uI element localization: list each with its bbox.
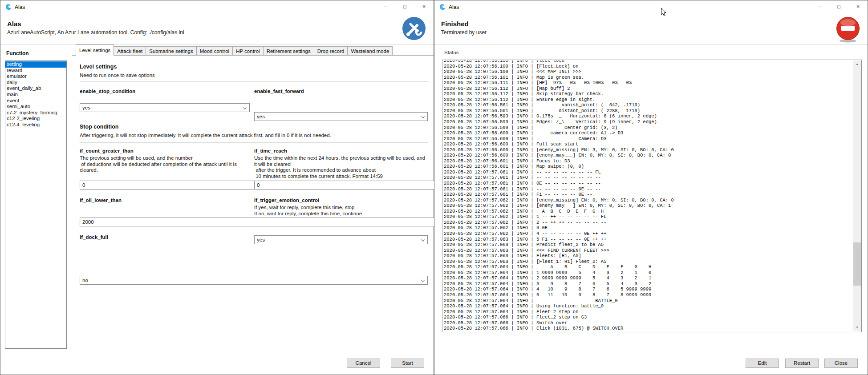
log-line: 2020-05-28 12:07:56.593 | INFO | Edges: … <box>444 119 852 125</box>
sidebar: Function settingrewardemulatordailyevent… <box>0 44 71 349</box>
log-line: 2020-05-28 12:07:57.066 | INFO | Click (… <box>444 326 852 331</box>
tab[interactable]: Wasteland mode <box>347 46 393 55</box>
chevron-down-icon <box>421 278 425 282</box>
log-line: 2020-05-28 12:07:57.061 | INFO | F1 -- -… <box>444 192 852 198</box>
log-line: 2020-05-28 12:07:57.064 | INFO | 2 9999 … <box>444 275 852 281</box>
if-trigger-emotion-control-description: If yes, wait for reply, complete this ti… <box>254 205 428 217</box>
log-scrollbar[interactable]: ▲ ▼ <box>853 60 861 331</box>
status-label: Status <box>444 50 459 55</box>
app-title: Alas <box>7 20 21 28</box>
close-button[interactable]: × <box>848 0 868 14</box>
tab[interactable]: Attack fleet <box>114 46 146 55</box>
close-button[interactable]: × <box>414 0 434 14</box>
log-line: 2020-05-28 12:07:56.600 | INFO | Camera:… <box>444 136 852 142</box>
scrollbar-up-icon[interactable]: ▲ <box>853 60 861 68</box>
if-count-greater-than-description: The previous setting will be used, and t… <box>80 155 250 173</box>
edit-button[interactable]: Edit <box>746 359 779 368</box>
log-line: 2020-05-28 12:07:56.593 | INFO | 0.175s … <box>444 113 852 119</box>
function-list-item[interactable]: emulator <box>5 73 66 80</box>
finished-subtitle: Terminated by user <box>441 29 487 36</box>
alas-logo-icon <box>5 4 12 11</box>
log-line: 2020-05-28 12:07:57.062 | INFO | A B C D… <box>444 209 852 214</box>
tab[interactable]: HP control <box>232 46 263 55</box>
log-line: 2020-05-28 12:07:57.064 | INFO | 4 10 9 … <box>444 286 852 292</box>
maximize-button[interactable]: □ <box>829 0 848 14</box>
if-dock-full-value: no <box>82 278 88 283</box>
log-line: 2020-05-28 12:07:56.111 | INFO | [HP] 97… <box>444 80 852 86</box>
footer-divider <box>438 349 864 349</box>
function-list[interactable]: settingrewardemulatordailyevent_daily_ab… <box>5 60 67 349</box>
tab[interactable]: Retirement settings <box>263 46 314 55</box>
cancel-button[interactable]: Cancel <box>347 359 380 368</box>
finished-title: Finished <box>441 20 469 28</box>
minimize-button[interactable]: – <box>810 0 829 14</box>
log-line: 2020-05-28 12:07:57.066 | INFO | Switch … <box>444 320 852 326</box>
function-list-item[interactable]: main <box>5 92 66 98</box>
function-list-item[interactable]: semi_auto <box>5 104 66 110</box>
if-trigger-emotion-control-value: yes <box>257 237 265 242</box>
enable-stop-condition-select[interactable]: yes <box>80 103 250 112</box>
if-time-reach-description: Use the time within the next 24 hours, t… <box>254 155 428 179</box>
log-line: 2020-05-28 12:07:56.600 | INFO | camera … <box>444 130 852 136</box>
enable-stop-condition-value: yes <box>82 105 90 110</box>
log-line: 2020-05-28 12:07:57.064 | INFO | 3 9 8 7… <box>444 281 852 287</box>
log-box: 2020-05-28 12:07:56.100 | INFO | fleet_l… <box>442 60 862 332</box>
if-count-greater-than-label: if_count_greater_than <box>80 148 250 153</box>
mouse-cursor-icon <box>661 8 667 19</box>
section-title-stop-condition: Stop condition <box>80 124 118 130</box>
window-title: Alas <box>449 4 459 10</box>
log-line: 2020-05-28 12:07:57.062 | INFO | 3 0E --… <box>444 225 852 231</box>
log-line: 2020-05-28 12:07:56.101 | INFO | Map is … <box>444 75 852 81</box>
level-settings-form: Level settings Need to run once to save … <box>72 56 434 349</box>
scrollbar-thumb[interactable] <box>853 242 861 286</box>
function-list-item[interactable]: c7-2_mystery_farming <box>5 110 66 116</box>
function-list-item[interactable]: c12-4_leveling <box>5 122 66 128</box>
log-line: 2020-05-28 12:07:57.064 | INFO | Fleet 2… <box>444 309 852 315</box>
log-line: 2020-05-28 12:07:57.061 | INFO | 0E -- -… <box>444 181 852 186</box>
tab[interactable]: Level settings <box>76 44 114 56</box>
divider <box>80 81 428 82</box>
scrollbar-down-icon[interactable]: ▼ <box>853 324 861 331</box>
minimize-button[interactable]: – <box>376 0 395 14</box>
start-button[interactable]: Start <box>391 359 424 368</box>
log-line: 2020-05-28 12:07:57.062 | INFO | [enemy_… <box>444 203 852 209</box>
if-trigger-emotion-control-label: if_trigger_emotion_control <box>254 198 428 203</box>
log-line: 2020-05-28 12:07:56.100 | INFO | <<< MAP… <box>444 69 852 75</box>
alas-logo-icon <box>439 4 446 11</box>
log-line: 2020-05-28 12:07:57.064 | INFO | 1 9999 … <box>444 270 852 276</box>
log-line: 2020-05-28 12:07:57.063 | INFO | Predict… <box>444 242 852 248</box>
enable-fast-forward-label: enable_fast_forward <box>254 89 428 94</box>
function-list-item[interactable]: reward <box>5 68 66 74</box>
maximize-button[interactable]: □ <box>395 0 414 14</box>
if-trigger-emotion-control-select[interactable]: yes <box>254 235 428 244</box>
run-header: Finished Terminated by user <box>434 14 868 44</box>
log-line: 2020-05-28 12:07:56.600 | INFO | [enemy_… <box>444 147 852 153</box>
log-line: 2020-05-28 12:07:57.063 | INFO | 5 F1 --… <box>444 237 852 242</box>
log-line: 2020-05-28 12:07:57.062 | INFO | 2 -- ++… <box>444 220 852 226</box>
if-dock-full-label: if_dock_full <box>80 234 108 240</box>
function-list-item[interactable]: event <box>5 98 66 104</box>
tab[interactable]: Submarine settings <box>146 46 196 55</box>
if-dock-full-select[interactable]: no <box>80 276 428 285</box>
log-line: 2020-05-28 12:07:57.063 | INFO | Fleets:… <box>444 253 852 259</box>
right-footer: Edit Restart Close <box>434 349 868 375</box>
tab[interactable]: Drop record <box>314 46 348 55</box>
log-line: 2020-05-28 12:07:57.062 | INFO | 1 -- ++… <box>444 214 852 220</box>
log-line: 2020-05-28 12:07:57.061 | INFO | -- -- -… <box>444 175 852 181</box>
function-list-item[interactable]: event_daily_ab <box>5 85 66 92</box>
log-line: 2020-05-28 12:07:56.601 | INFO | Focus t… <box>444 158 852 164</box>
if-oil-lower-than-input[interactable] <box>80 218 442 226</box>
tab[interactable]: Mood control <box>196 46 233 55</box>
function-list-item[interactable]: setting <box>5 61 66 68</box>
enable-fast-forward-select[interactable]: yes <box>254 112 428 121</box>
section-desc-stop-condition: After triggering, it will not stop immed… <box>80 133 428 138</box>
tools-icon <box>402 16 426 43</box>
function-list-item[interactable]: daily <box>5 80 66 86</box>
close-action-button[interactable]: Close <box>824 359 858 368</box>
function-list-item[interactable]: c12-2_leveling <box>5 116 66 122</box>
enable-stop-condition-label: enable_stop_condition <box>80 89 250 94</box>
tab-bar: Level settingsAttack fleetSubmarine sett… <box>72 44 434 56</box>
log-line: 2020-05-28 12:07:56.100 | INFO | [Fleet_… <box>444 64 852 69</box>
restart-button[interactable]: Restart <box>785 359 819 368</box>
log-line: 2020-05-28 12:07:56.112 | INFO | Skip st… <box>444 91 852 97</box>
